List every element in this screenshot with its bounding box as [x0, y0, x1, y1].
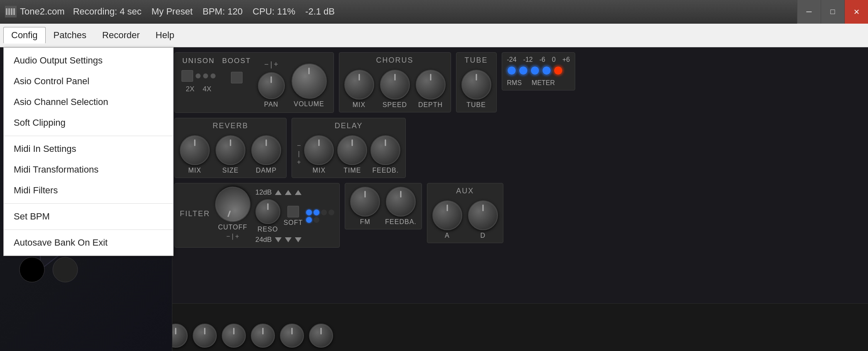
filter-led-3 — [321, 210, 327, 215]
feedba-knob[interactable] — [386, 187, 416, 217]
fm-label: FM — [360, 218, 370, 226]
meter-leds-row — [507, 66, 570, 75]
menu-item-config[interactable]: Config — [3, 27, 46, 44]
filter-title: FILTER — [180, 210, 210, 218]
reverb-mix-label: MIX — [188, 167, 201, 174]
led-1 — [507, 66, 516, 75]
chorus-mix-knob[interactable] — [344, 70, 374, 100]
delay-time-knob[interactable] — [337, 135, 367, 165]
tri-up-1[interactable] — [275, 190, 282, 195]
aux-d-knob[interactable] — [468, 200, 498, 230]
dropdown-soft-clipping[interactable]: Soft Clipping — [4, 112, 173, 133]
reverb-mix-knob[interactable] — [180, 135, 210, 165]
volume-knob[interactable] — [292, 63, 327, 99]
tube-label: TUBE — [461, 101, 491, 109]
rms-meter-labels: RMS METER — [507, 79, 570, 87]
menu-item-recorder[interactable]: Recorder — [94, 27, 147, 44]
delay-feedb-label: FEEDB. — [372, 167, 399, 174]
minimize-button[interactable]: ─ — [797, 0, 821, 24]
volume-label: VOLUME — [294, 100, 324, 108]
chorus-depth-knob[interactable] — [416, 70, 446, 100]
scale-neg12: -12 — [523, 56, 533, 63]
scale-0: 0 — [552, 56, 556, 63]
led-3 — [530, 66, 539, 75]
tri-wave[interactable] — [285, 237, 292, 242]
unison-4x-label: 4X — [203, 85, 211, 93]
dropdown-audio-output[interactable]: Audio Output Settings — [4, 50, 173, 71]
filter-led-5 — [306, 217, 312, 223]
delay-mix-group: MIX — [304, 135, 334, 174]
chorus-title: CHORUS — [344, 56, 446, 65]
boost-toggle-btn[interactable] — [231, 72, 243, 83]
filter-section: FILTER CUTOFF − | + 12dB — [174, 183, 340, 248]
chorus-depth-group: DEPTH — [416, 70, 446, 109]
db-display: -2.1 dB — [305, 6, 335, 17]
filter-cutoff-group: CUTOFF − | + — [215, 187, 250, 240]
aux-a-label: A — [445, 232, 450, 239]
dropdown-divider-1 — [4, 136, 173, 136]
reverb-section: REVERB MIX SIZE DAMP — [174, 118, 287, 178]
aux-a-knob[interactable] — [432, 200, 462, 230]
app-logo: Tone2.com — [5, 6, 65, 17]
tri-down-1[interactable] — [275, 237, 282, 242]
fm-knob[interactable] — [350, 187, 380, 217]
filter-soft-btn[interactable] — [287, 206, 299, 217]
meter-label: METER — [532, 79, 555, 87]
close-button[interactable]: ✕ — [844, 0, 868, 24]
menu-item-patches[interactable]: Patches — [46, 27, 95, 44]
misc-knob-4[interactable] — [193, 324, 217, 348]
filter-reso-row: RESO SOFT — [255, 199, 335, 233]
pan-group: −|+ PAN — [258, 60, 285, 108]
aux-d-group: D — [468, 200, 498, 239]
dropdown-midi-in[interactable]: Midi In Settings — [4, 139, 173, 159]
menu-item-help[interactable]: Help — [148, 27, 182, 44]
reverb-title: REVERB — [180, 122, 281, 130]
filter-12db-label: 12dB — [255, 188, 272, 197]
maximize-button[interactable]: □ — [821, 0, 844, 24]
boost-group: BOOST — [222, 57, 251, 83]
dropdown-midi-transform[interactable]: Midi Transformations — [4, 159, 173, 180]
misc-knob-7[interactable] — [280, 324, 304, 348]
scale-plus6: +6 — [562, 56, 570, 63]
aux-title: AUX — [432, 187, 498, 195]
chorus-speed-knob[interactable] — [380, 70, 410, 100]
aux-a-group: A — [432, 200, 462, 239]
filter-reso-knob[interactable] — [255, 199, 280, 224]
preset-name: My Preset — [152, 6, 193, 17]
boost-title: BOOST — [222, 57, 251, 65]
delay-title: DELAY — [297, 122, 400, 130]
filter-mode-leds — [306, 210, 334, 223]
menu-bar: Config Patches Recorder Help — [0, 24, 868, 47]
chorus-depth-label: DEPTH — [418, 101, 443, 109]
filter-cutoff-knob[interactable] — [210, 182, 255, 227]
delay-mix-knob[interactable] — [304, 135, 334, 165]
feedba-label: FEEDBA. — [385, 218, 416, 226]
filter-controls: 12dB RESO SOFT — [255, 188, 335, 244]
dropdown-midi-filters[interactable]: Midi Filters — [4, 180, 173, 201]
unison-toggle-btn[interactable] — [181, 70, 193, 82]
led-2 — [519, 66, 528, 75]
reverb-size-label: SIZE — [222, 167, 239, 174]
reverb-damp-knob[interactable] — [251, 135, 281, 165]
dropdown-autosave[interactable]: Autosave Bank On Exit — [4, 232, 173, 253]
misc-knob-5[interactable] — [222, 324, 246, 348]
pan-label: PAN — [264, 101, 279, 108]
reverb-size-knob[interactable] — [216, 135, 245, 165]
vu-meter-section: -24 -12 -6 0 +6 RMS METER — [502, 52, 576, 90]
delay-feedb-knob[interactable] — [370, 135, 400, 165]
tri-up-3[interactable] — [295, 190, 302, 195]
app-name: Tone2.com — [20, 6, 65, 17]
unison-mode-labels: 2X 4X — [186, 85, 211, 93]
pan-knob[interactable] — [258, 72, 285, 99]
svg-rect-1 — [6, 8, 7, 15]
dropdown-set-bpm[interactable]: Set BPM — [4, 206, 173, 227]
dropdown-asio-panel[interactable]: Asio Control Panel — [4, 71, 173, 92]
misc-knob-6[interactable] — [251, 324, 275, 348]
tube-knob[interactable] — [461, 70, 491, 100]
tri-up-2[interactable] — [285, 190, 292, 195]
tri-flat[interactable] — [295, 237, 302, 242]
chorus-speed-group: SPEED — [380, 70, 410, 109]
reverb-mix-group: MIX — [180, 135, 210, 174]
misc-knob-8[interactable] — [309, 324, 333, 348]
dropdown-asio-channel[interactable]: Asio Channel Selection — [4, 92, 173, 112]
